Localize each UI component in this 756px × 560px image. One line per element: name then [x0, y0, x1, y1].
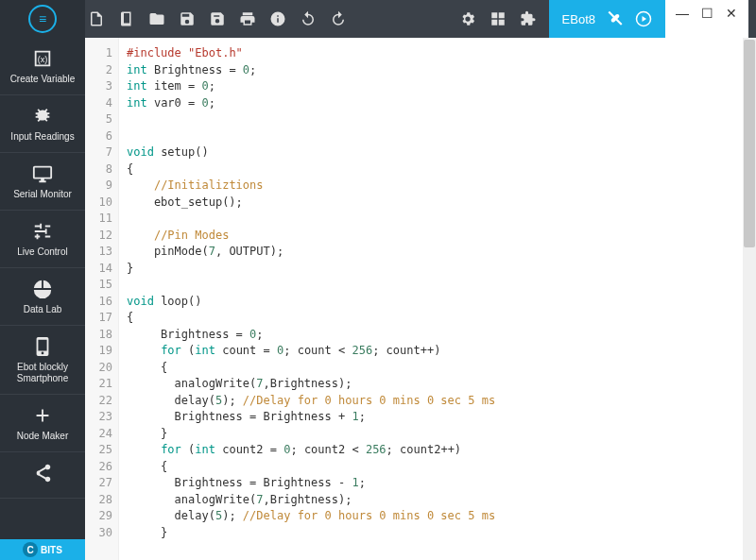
minimize-button[interactable]: — — [675, 6, 690, 21]
app-logo[interactable]: ≡ — [0, 0, 85, 38]
line-number: 21 — [85, 376, 112, 393]
top-toolbar: EBot8 — ☐ ✕ — [0, 0, 756, 38]
sliders-icon — [31, 220, 54, 243]
device-tab[interactable]: EBot8 — [549, 0, 665, 38]
line-number: 11 — [85, 211, 112, 228]
code-line: Brightness = Brightness + 1; — [127, 409, 748, 426]
code-line: int var0 = 0; — [127, 95, 748, 112]
line-number: 30 — [85, 525, 112, 542]
code-line: delay(5); //Delay for 0 hours 0 mins 0 s… — [127, 393, 748, 410]
line-number: 3 — [85, 78, 112, 95]
variable-icon: (x) — [31, 47, 54, 70]
sidebar-item-3[interactable]: Live Control — [0, 211, 85, 268]
sidebar-item-0[interactable]: (x)Create Variable — [0, 38, 85, 95]
scrollbar-thumb[interactable] — [744, 40, 755, 247]
device-tab-label: EBot8 — [562, 12, 595, 26]
print-icon[interactable] — [234, 6, 261, 32]
line-number: 16 — [85, 294, 112, 311]
line-number: 28 — [85, 492, 112, 509]
line-number: 25 — [85, 442, 112, 459]
gear-icon[interactable] — [455, 6, 481, 32]
code-line: } — [127, 261, 748, 278]
code-area[interactable]: #include "Ebot.h"int Brightness = 0;int … — [119, 38, 756, 560]
code-line: #include "Ebot.h" — [127, 45, 748, 62]
code-line: analogWrite(7,Brightness); — [127, 492, 748, 509]
code-line: Brightness = Brightness - 1; — [127, 475, 748, 492]
sidebar-item-2[interactable]: Serial Monitor — [0, 153, 85, 211]
line-number: 29 — [85, 508, 112, 525]
toolbar-right-group — [455, 6, 541, 32]
sidebar-item-5[interactable]: Ebot blockly Smartphone — [0, 326, 85, 395]
line-number: 2 — [85, 62, 112, 79]
line-number: 5 — [85, 111, 112, 128]
plus-icon — [31, 404, 54, 427]
piechart-icon — [31, 278, 54, 300]
bug-icon — [31, 105, 54, 127]
sidebar-item-label: Live Control — [17, 246, 67, 258]
code-line — [127, 277, 748, 294]
code-editor[interactable]: 1234567891011121314151617181920212223242… — [85, 38, 756, 560]
maximize-button[interactable]: ☐ — [699, 6, 714, 21]
line-number: 24 — [85, 426, 112, 443]
code-line: //Initializtions — [127, 178, 748, 195]
info-icon[interactable] — [265, 6, 291, 32]
new-file-icon[interactable] — [83, 6, 110, 32]
code-line: { — [127, 310, 748, 327]
sidebar-item-7[interactable] — [0, 452, 85, 499]
line-gutter: 1234567891011121314151617181920212223242… — [85, 38, 119, 560]
code-line: void setup() — [127, 144, 748, 161]
code-line: { — [127, 360, 748, 377]
line-number: 10 — [85, 195, 112, 212]
layout-icon[interactable] — [485, 6, 511, 32]
code-line — [127, 128, 748, 145]
line-number: 1 — [85, 45, 112, 62]
sidebar-item-4[interactable]: Data Lab — [0, 268, 85, 326]
code-line: for (int count2 = 0; count2 < 256; count… — [127, 442, 748, 459]
code-line: ebot_setup(); — [127, 195, 748, 212]
share-icon — [31, 462, 54, 484]
tools-icon[interactable] — [607, 10, 624, 27]
body-row: ≡ (x)Create VariableInput ReadingsSerial… — [0, 38, 756, 560]
line-number: 13 — [85, 244, 112, 261]
svg-text:(x): (x) — [38, 55, 48, 64]
code-line: int Brightness = 0; — [127, 62, 748, 79]
save-icon[interactable] — [174, 6, 200, 32]
code-line: { — [127, 459, 748, 476]
save-all-icon[interactable] — [204, 6, 231, 32]
redo-icon[interactable] — [325, 6, 352, 32]
close-button[interactable]: ✕ — [724, 6, 739, 21]
sidebar-footer-label: BITS — [41, 545, 62, 555]
sidebar: ≡ (x)Create VariableInput ReadingsSerial… — [0, 38, 85, 560]
sidebar-item-label: Serial Monitor — [13, 189, 72, 200]
sidebar-item-6[interactable]: Node Maker — [0, 395, 85, 452]
play-icon[interactable] — [635, 10, 652, 27]
code-line: Brightness = 0; — [127, 327, 748, 344]
sidebar-item-label: Ebot blockly Smartphone — [17, 362, 68, 384]
line-number: 6 — [85, 128, 112, 145]
line-number: 22 — [85, 393, 112, 410]
code-line: int item = 0; — [127, 78, 748, 95]
line-number: 19 — [85, 343, 112, 360]
sidebar-item-label: Input Readings — [10, 131, 74, 143]
code-line: analogWrite(7,Brightness); — [127, 376, 748, 393]
sidebar-item-label: Create Variable — [10, 74, 76, 85]
line-number: 17 — [85, 310, 112, 327]
line-number: 18 — [85, 327, 112, 344]
open-folder-icon[interactable] — [144, 6, 170, 32]
code-line — [127, 111, 748, 128]
code-line: } — [127, 426, 748, 443]
line-number: 4 — [85, 95, 112, 112]
line-number: 7 — [85, 144, 112, 161]
code-line: delay(5); //Delay for 0 hours 0 mins 0 s… — [127, 508, 748, 525]
book-icon[interactable] — [113, 6, 140, 32]
toolbar-left-group — [83, 6, 352, 32]
undo-icon[interactable] — [295, 6, 321, 32]
code-line — [127, 211, 748, 228]
puzzle-icon[interactable] — [515, 6, 541, 32]
sidebar-item-1[interactable]: Input Readings — [0, 95, 85, 153]
window-controls: — ☐ ✕ — [665, 0, 748, 38]
line-number: 8 — [85, 161, 112, 178]
monitor-icon — [31, 162, 54, 185]
line-number: 14 — [85, 261, 112, 278]
vertical-scrollbar[interactable] — [743, 38, 756, 560]
